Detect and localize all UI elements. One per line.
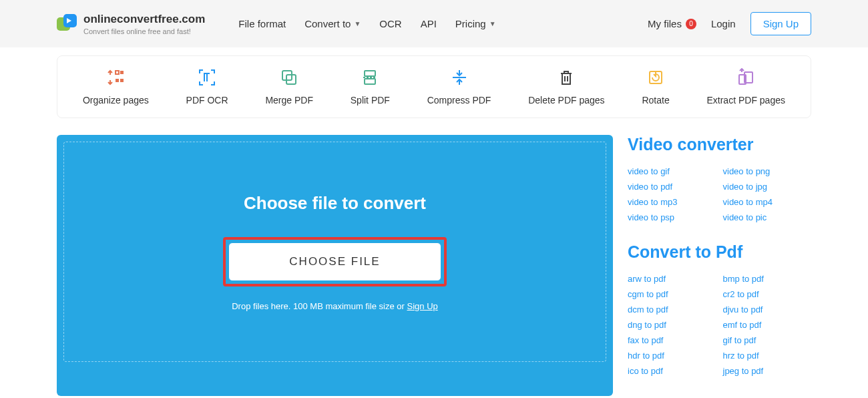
- sidebar-link[interactable]: gif to pdf: [723, 335, 812, 345]
- merge-icon: [280, 68, 298, 87]
- sidebar-link[interactable]: video to gif: [628, 166, 716, 176]
- drop-hint: Drop files here. 100 MB maximum file siz…: [232, 301, 438, 311]
- logo[interactable]: onlineconvertfree.com Convert files onli…: [57, 13, 205, 35]
- sidebar-link[interactable]: video to psp: [628, 212, 716, 222]
- my-files-label: My files: [648, 18, 682, 29]
- nav-item-api[interactable]: API: [421, 18, 437, 29]
- sidebar-heading: Video converter: [628, 135, 811, 154]
- nav-label: API: [421, 18, 437, 29]
- svg-rect-10: [365, 79, 375, 84]
- sidebar: Video convertervideo to gifvideo to pngv…: [628, 135, 811, 396]
- main: Choose file to convert CHOOSE FILE Drop …: [57, 135, 811, 396]
- organize-icon: [106, 68, 125, 87]
- sidebar-link[interactable]: dng to pdf: [628, 320, 716, 330]
- split-icon: [361, 68, 379, 87]
- nav-item-file-format[interactable]: File format: [238, 18, 286, 29]
- tool-label: Organize pages: [83, 95, 149, 106]
- tools-wrap: Organize pagesPDF OCRMerge PDFSplit PDFC…: [57, 55, 811, 118]
- tool-label: Merge PDF: [265, 95, 313, 106]
- svg-rect-5: [120, 79, 124, 82]
- header-right: My files 0 Login Sign Up: [648, 12, 811, 35]
- drop-hint-signup-link[interactable]: Sign Up: [407, 301, 438, 311]
- my-files-badge: 0: [686, 19, 696, 29]
- sidebar-link[interactable]: ico to pdf: [628, 366, 716, 376]
- svg-rect-8: [365, 71, 375, 76]
- compress-icon: [450, 68, 469, 87]
- sidebar-link[interactable]: hrz to pdf: [723, 351, 812, 361]
- ocr-icon: [198, 68, 216, 87]
- drop-zone[interactable]: Choose file to convert CHOOSE FILE Drop …: [57, 135, 613, 396]
- sidebar-link[interactable]: video to png: [723, 166, 812, 176]
- sidebar-link[interactable]: video to pdf: [628, 182, 716, 192]
- svg-rect-4: [116, 79, 119, 82]
- sidebar-link[interactable]: bmp to pdf: [723, 274, 812, 284]
- sidebar-link[interactable]: video to jpg: [723, 182, 812, 192]
- drop-inner: Choose file to convert CHOOSE FILE Drop …: [63, 142, 606, 362]
- login-link[interactable]: Login: [711, 18, 736, 29]
- sidebar-link[interactable]: video to pic: [723, 212, 812, 222]
- tool-label: Rotate: [642, 95, 669, 106]
- sidebar-heading: Convert to Pdf: [628, 242, 811, 262]
- signup-button[interactable]: Sign Up: [750, 12, 811, 35]
- sidebar-link[interactable]: jpeg to pdf: [723, 366, 812, 376]
- sidebar-link[interactable]: video to mp4: [723, 197, 812, 207]
- tool-delete[interactable]: Delete PDF pages: [528, 68, 604, 106]
- tool-label: PDF OCR: [186, 95, 228, 106]
- tool-compress[interactable]: Compress PDF: [427, 68, 491, 106]
- sidebar-link[interactable]: hdr to pdf: [628, 351, 716, 361]
- tool-split[interactable]: Split PDF: [351, 68, 390, 106]
- sidebar-link[interactable]: arw to pdf: [628, 274, 716, 284]
- sidebar-links: video to gifvideo to pngvideo to pdfvide…: [628, 166, 811, 222]
- nav-label: Convert to: [304, 18, 351, 29]
- tool-extract[interactable]: Extract PDF pages: [706, 68, 785, 106]
- extract-icon: [736, 68, 755, 87]
- sidebar-link[interactable]: cr2 to pdf: [723, 289, 812, 299]
- tool-label: Extract PDF pages: [706, 95, 785, 106]
- my-files-link[interactable]: My files 0: [648, 18, 696, 29]
- sidebar-link[interactable]: djvu to pdf: [723, 305, 812, 315]
- sidebar-link[interactable]: dcm to pdf: [628, 305, 716, 315]
- sidebar-link[interactable]: cgm to pdf: [628, 289, 716, 299]
- rotate-icon: [646, 68, 665, 87]
- nav-item-ocr[interactable]: OCR: [379, 18, 401, 29]
- nav-label: Pricing: [455, 18, 486, 29]
- tool-merge[interactable]: Merge PDF: [265, 68, 313, 106]
- nav-label: OCR: [379, 18, 401, 29]
- header: onlineconvertfree.com Convert files onli…: [0, 0, 868, 47]
- nav-item-pricing[interactable]: Pricing▼: [455, 18, 496, 29]
- tool-organize[interactable]: Organize pages: [83, 68, 149, 106]
- delete-icon: [557, 68, 576, 87]
- tool-label: Compress PDF: [427, 95, 491, 106]
- logo-icon: [57, 14, 77, 34]
- sidebar-links: arw to pdfbmp to pdfcgm to pdfcr2 to pdf…: [628, 274, 811, 376]
- nav-item-convert-to[interactable]: Convert to▼: [304, 18, 361, 29]
- sidebar-link[interactable]: video to mp3: [628, 197, 716, 207]
- sidebar-link[interactable]: emf to pdf: [723, 320, 812, 330]
- tool-label: Delete PDF pages: [528, 95, 604, 106]
- chevron-down-icon: ▼: [354, 20, 361, 27]
- site-tagline: Convert files online free and fast!: [83, 27, 205, 35]
- choose-file-highlight: CHOOSE FILE: [223, 237, 446, 286]
- tools-bar: Organize pagesPDF OCRMerge PDFSplit PDFC…: [57, 55, 811, 118]
- header-inner: onlineconvertfree.com Convert files onli…: [57, 12, 811, 35]
- tool-ocr[interactable]: PDF OCR: [186, 68, 228, 106]
- svg-rect-3: [120, 71, 124, 74]
- nav: File formatConvert to▼OCRAPIPricing▼: [238, 18, 495, 29]
- tool-label: Split PDF: [351, 95, 390, 106]
- sidebar-link[interactable]: fax to pdf: [628, 335, 716, 345]
- nav-label: File format: [238, 18, 286, 29]
- chevron-down-icon: ▼: [489, 20, 496, 27]
- tool-rotate[interactable]: Rotate: [642, 68, 669, 106]
- site-name: onlineconvertfree.com: [83, 13, 205, 26]
- drop-title: Choose file to convert: [244, 193, 426, 214]
- svg-rect-2: [116, 71, 119, 74]
- choose-file-button[interactable]: CHOOSE FILE: [228, 242, 441, 281]
- drop-hint-text: Drop files here. 100 MB maximum file siz…: [232, 301, 407, 311]
